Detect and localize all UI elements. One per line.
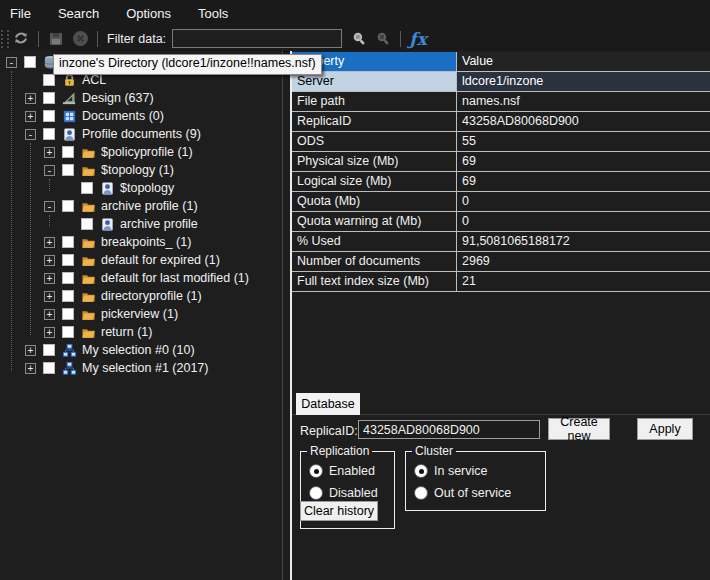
tree-item-my-selection-1-2017[interactable]: +My selection #1 (2017) — [0, 360, 282, 378]
tree-item-checkbox[interactable] — [62, 326, 74, 338]
tree-item-my-selection-0-10[interactable]: +My selection #0 (10) — [0, 342, 282, 360]
property-row-server[interactable]: Serverldcore1/inzone — [292, 72, 710, 92]
tree-item-pickerview-1[interactable]: +pickerview (1) — [0, 306, 282, 324]
replication-option-enabled[interactable]: Enabled — [309, 464, 375, 478]
expand-icon[interactable]: + — [25, 93, 36, 104]
tree-item-default-for-last-modified-1[interactable]: +default for last modified (1) — [0, 270, 282, 288]
property-name-cell[interactable]: File path — [292, 92, 457, 112]
expand-icon[interactable]: + — [25, 111, 36, 122]
radio-selected-icon[interactable] — [414, 464, 428, 478]
search-icon[interactable] — [348, 29, 370, 49]
tree-item-return-1[interactable]: +return (1) — [0, 324, 282, 342]
tree-item-profile-documents-9[interactable]: -Profile documents (9) — [0, 126, 282, 144]
expand-icon[interactable]: + — [44, 237, 55, 248]
stop-icon[interactable] — [69, 29, 91, 49]
apply-button[interactable]: Apply — [637, 418, 693, 440]
tree-item-documents-0[interactable]: +Documents (0) — [0, 108, 282, 126]
property-row-quota-mb[interactable]: Quota (Mb)0 — [292, 192, 710, 212]
expand-icon[interactable]: + — [25, 345, 36, 356]
tree-item-checkbox[interactable] — [43, 362, 55, 374]
property-name-cell[interactable]: % Used — [292, 232, 457, 252]
property-row-replicaid[interactable]: ReplicaID43258AD80068D900 — [292, 112, 710, 132]
menu-search[interactable]: Search — [58, 2, 99, 25]
property-value-cell[interactable]: 0 — [457, 212, 710, 232]
tree-item-checkbox[interactable] — [43, 92, 55, 104]
property-row-physical-size-mb[interactable]: Physical size (Mb)69 — [292, 152, 710, 172]
property-name-cell[interactable]: Full text index size (Mb) — [292, 272, 457, 292]
clear-history-button[interactable]: Clear history — [300, 501, 378, 521]
radio-icon[interactable] — [309, 486, 323, 500]
property-name-cell[interactable]: Number of documents — [292, 252, 457, 272]
property-name-cell[interactable]: Server — [292, 72, 457, 92]
tree-item-design-637[interactable]: +Design (637) — [0, 90, 282, 108]
property-name-cell[interactable]: ODS — [292, 132, 457, 152]
tree-item-checkbox[interactable] — [62, 146, 74, 158]
property-row-ods[interactable]: ODS55 — [292, 132, 710, 152]
expand-icon[interactable]: + — [44, 309, 55, 320]
property-value-cell[interactable]: 2969 — [457, 252, 710, 272]
toolbar-grip[interactable] — [1, 30, 9, 48]
tree-item-checkbox[interactable] — [81, 182, 93, 194]
property-value-cell[interactable]: 21 — [457, 272, 710, 292]
property-value-cell[interactable]: 91,5081065188172 — [457, 232, 710, 252]
tree-item-checkbox[interactable] — [62, 254, 74, 266]
expand-icon[interactable]: + — [25, 363, 36, 374]
expand-icon[interactable]: + — [44, 291, 55, 302]
collapse-icon[interactable]: - — [6, 57, 17, 68]
collapse-icon[interactable]: - — [44, 201, 55, 212]
property-name-cell[interactable]: Physical size (Mb) — [292, 152, 457, 172]
refresh-icon[interactable] — [10, 29, 32, 49]
tree-item-breakpoints-1[interactable]: +breakpoints_ (1) — [0, 234, 282, 252]
filter-input[interactable] — [172, 29, 342, 48]
tab-database[interactable]: Database — [296, 393, 360, 415]
cluster-option-out-of-service[interactable]: Out of service — [414, 486, 511, 500]
menu-file[interactable]: File — [10, 2, 31, 25]
tree-item-checkbox[interactable] — [81, 218, 93, 230]
tree-item-archive-profile-1[interactable]: -archive profile (1) — [0, 198, 282, 216]
expand-icon[interactable]: + — [44, 273, 55, 284]
expand-icon[interactable]: + — [44, 147, 55, 158]
expand-icon[interactable]: + — [44, 255, 55, 266]
cluster-option-in-service[interactable]: In service — [414, 464, 488, 478]
collapse-icon[interactable]: - — [44, 165, 55, 176]
menu-tools[interactable]: Tools — [198, 2, 228, 25]
tree-item-topology[interactable]: $topology — [0, 180, 282, 198]
replica-id-input[interactable] — [358, 420, 540, 439]
property-value-cell[interactable]: 55 — [457, 132, 710, 152]
property-name-cell[interactable]: Logical size (Mb) — [292, 172, 457, 192]
property-value-cell[interactable]: ldcore1/inzone — [457, 72, 710, 92]
property-value-cell[interactable]: 69 — [457, 152, 710, 172]
menu-options[interactable]: Options — [126, 2, 171, 25]
tree-item-policyprofile-1[interactable]: +$policyprofile (1) — [0, 144, 282, 162]
radio-icon[interactable] — [414, 486, 428, 500]
property-row-logical-size-mb[interactable]: Logical size (Mb)69 — [292, 172, 710, 192]
property-row-full-text-index-size-mb[interactable]: Full text index size (Mb)21 — [292, 272, 710, 292]
collapse-icon[interactable]: - — [25, 129, 36, 140]
property-value-cell[interactable]: names.nsf — [457, 92, 710, 112]
formula-icon[interactable]: ƒx — [407, 29, 429, 49]
tree-item-default-for-expired-1[interactable]: +default for expired (1) — [0, 252, 282, 270]
tree-item-checkbox[interactable] — [62, 308, 74, 320]
replication-option-disabled[interactable]: Disabled — [309, 486, 378, 500]
tree-item-checkbox[interactable] — [24, 56, 36, 68]
property-row-used[interactable]: % Used91,5081065188172 — [292, 232, 710, 252]
tree-item-checkbox[interactable] — [62, 290, 74, 302]
tree-item-checkbox[interactable] — [62, 200, 74, 212]
property-value-cell[interactable]: 43258AD80068D900 — [457, 112, 710, 132]
property-row-number-of-documents[interactable]: Number of documents2969 — [292, 252, 710, 272]
property-name-cell[interactable]: Quota warning at (Mb) — [292, 212, 457, 232]
expand-icon[interactable]: + — [44, 327, 55, 338]
tree-item-checkbox[interactable] — [62, 164, 74, 176]
property-value-cell[interactable]: 0 — [457, 192, 710, 212]
radio-selected-icon[interactable] — [309, 464, 323, 478]
tree-item-directoryprofile-1[interactable]: +directoryprofile (1) — [0, 288, 282, 306]
column-header-value[interactable]: Value — [457, 52, 710, 72]
property-name-cell[interactable]: Quota (Mb) — [292, 192, 457, 212]
create-new-button[interactable]: Create new — [548, 418, 610, 440]
property-row-file-path[interactable]: File pathnames.nsf — [292, 92, 710, 112]
property-name-cell[interactable]: ReplicaID — [292, 112, 457, 132]
tree-item-topology-1[interactable]: -$topology (1) — [0, 162, 282, 180]
tree-item-checkbox[interactable] — [43, 128, 55, 140]
tree-item-checkbox[interactable] — [62, 236, 74, 248]
search-clear-icon[interactable] — [372, 29, 394, 49]
